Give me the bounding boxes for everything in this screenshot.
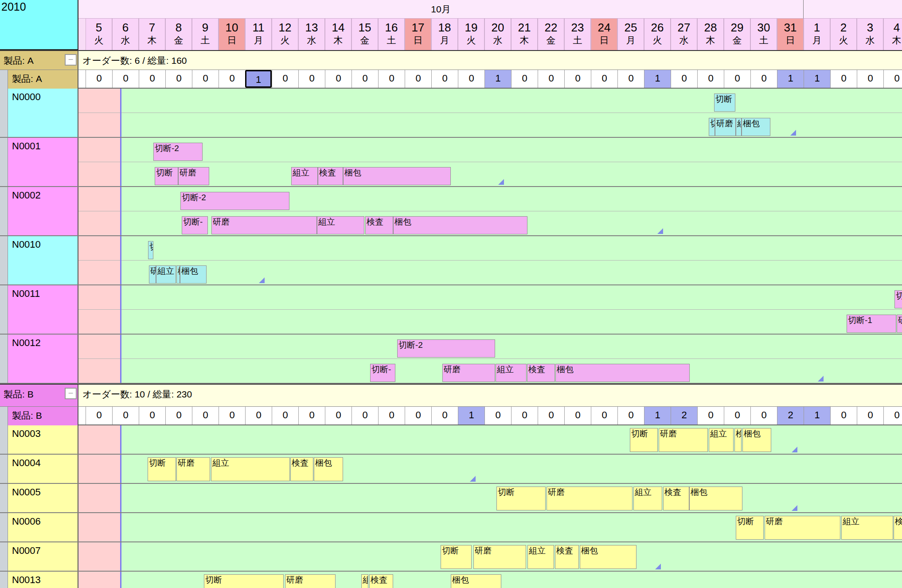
- task-bar-切断[interactable]: 切断: [148, 241, 153, 259]
- task-bar-切断-[interactable]: 切断-: [182, 216, 208, 234]
- task-bar-切断[interactable]: 切断: [714, 93, 735, 112]
- count-cell[interactable]: 0: [219, 407, 245, 424]
- count-cell[interactable]: 1: [777, 70, 804, 88]
- count-cell[interactable]: 0: [192, 407, 219, 424]
- task-bar-組立[interactable]: 組立: [527, 545, 554, 569]
- task-bar-梱包[interactable]: 梱包: [742, 428, 771, 452]
- collapse-button[interactable]: −: [65, 388, 77, 399]
- order-label-N0012[interactable]: N0012: [8, 335, 78, 383]
- task-bar-切断-1[interactable]: 切断-1: [847, 315, 896, 333]
- task-bar-組立[interactable]: 組立: [496, 364, 527, 382]
- count-cell[interactable]: 0: [431, 407, 458, 424]
- task-bar-検査[interactable]: 検査: [369, 574, 393, 588]
- count-cell[interactable]: 0: [697, 407, 724, 424]
- task-bar-切断-2[interactable]: 切断-2: [153, 143, 203, 161]
- count-cell[interactable]: 0: [538, 407, 564, 424]
- count-cell[interactable]: 0: [139, 70, 165, 88]
- task-bar-検査[interactable]: 検査: [734, 428, 742, 452]
- count-cell[interactable]: 0: [405, 407, 431, 424]
- count-cell[interactable]: 0: [165, 407, 192, 424]
- count-cell[interactable]: 0: [511, 70, 538, 88]
- task-bar-研磨[interactable]: 研磨: [659, 428, 708, 452]
- task-bar-研磨[interactable]: 研磨: [178, 167, 209, 185]
- order-label-N0011[interactable]: N0011: [8, 285, 78, 334]
- count-cell[interactable]: 0: [351, 407, 378, 424]
- count-cell[interactable]: 0: [830, 70, 857, 88]
- count-cell[interactable]: 0: [298, 407, 325, 424]
- count-cell[interactable]: 0: [139, 407, 165, 424]
- task-bar-検査[interactable]: 検査: [527, 364, 555, 382]
- count-cell[interactable]: 0: [378, 407, 405, 424]
- task-bar-梱包[interactable]: 梱包: [393, 216, 527, 234]
- count-cell[interactable]: 0: [883, 407, 902, 424]
- task-bar-組立[interactable]: 組立: [211, 457, 290, 481]
- task-bar-研磨[interactable]: 研磨: [715, 118, 736, 136]
- count-cell[interactable]: 1: [458, 407, 484, 424]
- task-bar-組立[interactable]: 組立: [709, 428, 734, 452]
- count-cell[interactable]: 0: [272, 407, 298, 424]
- task-bar-梱包[interactable]: 梱包: [180, 265, 207, 284]
- task-bar-検査[interactable]: 検査: [318, 167, 343, 185]
- order-label-N0005[interactable]: N0005: [8, 484, 78, 512]
- count-cell[interactable]: 0: [564, 407, 591, 424]
- count-cell[interactable]: 0: [86, 407, 112, 424]
- order-label-N0001[interactable]: N0001: [8, 138, 78, 186]
- task-bar-研磨[interactable]: 研磨: [765, 516, 840, 540]
- order-label-N0007[interactable]: N0007: [8, 542, 78, 571]
- task-bar-組立[interactable]: 組立: [633, 487, 662, 510]
- task-bar-梱包[interactable]: 梱包: [689, 487, 742, 510]
- order-label-N0003[interactable]: N0003: [8, 425, 78, 454]
- count-cell[interactable]: 0: [112, 407, 139, 424]
- count-cell[interactable]: 0: [671, 70, 697, 88]
- task-bar-検査[interactable]: 検査: [663, 487, 689, 510]
- count-cell[interactable]: 1: [644, 407, 671, 424]
- count-cell[interactable]: 0: [405, 70, 431, 88]
- count-cell[interactable]: 0: [750, 70, 777, 88]
- task-bar-切断[interactable]: 切断: [894, 290, 902, 308]
- count-cell[interactable]: 0: [857, 70, 883, 88]
- count-cell[interactable]: 0: [219, 70, 245, 88]
- count-cell[interactable]: 0: [298, 70, 325, 88]
- task-bar-検査[interactable]: 検査: [894, 516, 902, 540]
- task-bar-研磨[interactable]: 研磨: [285, 574, 336, 588]
- count-cell[interactable]: 0: [617, 407, 644, 424]
- task-bar-切断[interactable]: 切断: [630, 428, 658, 452]
- count-cell[interactable]: 0: [458, 70, 484, 88]
- count-cell[interactable]: 0: [591, 70, 617, 88]
- task-bar-組立[interactable]: 組立: [841, 516, 893, 540]
- order-label-N0000[interactable]: N0000: [8, 89, 78, 137]
- task-bar-検査[interactable]: 検査: [555, 545, 579, 569]
- count-cell[interactable]: 0: [325, 407, 351, 424]
- count-cell[interactable]: 0: [857, 407, 883, 424]
- task-bar-梱包[interactable]: 梱包: [314, 457, 343, 481]
- count-cell-selected[interactable]: 1: [245, 70, 272, 88]
- count-cell[interactable]: 0: [245, 407, 272, 424]
- count-cell[interactable]: 0: [378, 70, 405, 88]
- task-bar-切断[interactable]: 切断: [736, 516, 764, 540]
- count-cell[interactable]: 0: [724, 407, 750, 424]
- count-cell[interactable]: 0: [564, 70, 591, 88]
- task-bar-研磨[interactable]: 研磨: [149, 265, 156, 284]
- task-bar-検査[interactable]: 検査: [176, 265, 180, 284]
- task-bar-切断[interactable]: 切断: [441, 545, 472, 569]
- task-bar-切断[interactable]: 切断: [155, 167, 178, 185]
- order-label-N0002[interactable]: N0002: [8, 187, 78, 235]
- task-bar-検査[interactable]: 検査: [290, 457, 313, 481]
- task-bar-切断[interactable]: 切断: [204, 574, 284, 588]
- order-label-N0010[interactable]: N0010: [8, 236, 78, 284]
- task-bar-組立[interactable]: 組立: [156, 265, 176, 284]
- count-cell[interactable]: 1: [644, 70, 671, 88]
- count-cell[interactable]: 0: [484, 407, 511, 424]
- count-cell[interactable]: 1: [804, 70, 830, 88]
- order-label-N0013[interactable]: N0013: [8, 572, 78, 588]
- collapse-button[interactable]: −: [65, 54, 77, 66]
- task-bar-切断-2[interactable]: 切断-2: [180, 192, 289, 210]
- count-cell[interactable]: 0: [750, 407, 777, 424]
- task-bar-研磨[interactable]: 研磨: [176, 457, 210, 481]
- count-cell[interactable]: 0: [511, 407, 538, 424]
- count-cell[interactable]: 1: [804, 407, 830, 424]
- count-cell[interactable]: 0: [192, 70, 219, 88]
- task-bar-梱包[interactable]: 梱包: [742, 118, 770, 136]
- count-cell[interactable]: 0: [538, 70, 564, 88]
- count-cell[interactable]: 0: [86, 70, 112, 88]
